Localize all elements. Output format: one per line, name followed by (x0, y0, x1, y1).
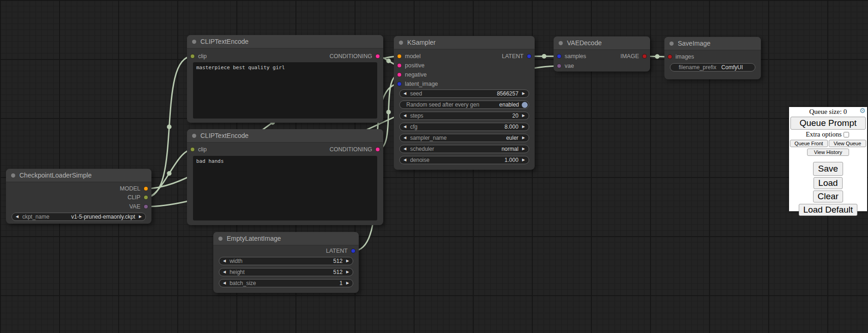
node-titlebar[interactable]: EmptyLatentImage (213, 232, 359, 245)
decrement-arrow[interactable]: ◀ (219, 281, 229, 285)
widget-width[interactable]: ◀width512▶ (219, 257, 353, 265)
output-slot-conditioning[interactable]: CONDITIONING (330, 53, 380, 60)
slot-dot-model[interactable] (397, 54, 402, 59)
widget-batch-size[interactable]: ◀batch_size1▶ (219, 279, 353, 287)
increment-arrow[interactable]: ▶ (518, 136, 529, 140)
output-slot-image[interactable]: IMAGE (621, 53, 647, 60)
node-vae-decode[interactable]: VAEDecodesamplesvaeIMAGE (554, 36, 650, 71)
input-slot-clip[interactable]: clip (190, 146, 207, 153)
slot-dot-samples[interactable] (557, 54, 561, 59)
widget-denoise[interactable]: ◀denoise1.000▶ (399, 156, 529, 164)
output-slot-latent[interactable]: LATENT (502, 53, 531, 60)
slot-dot-conditioning[interactable] (375, 147, 380, 152)
collapse-dot[interactable] (399, 41, 403, 45)
output-slot-clip[interactable]: CLIP (127, 194, 148, 201)
decrement-arrow[interactable]: ◀ (12, 215, 22, 219)
decrement-arrow[interactable]: ◀ (400, 158, 410, 162)
decrement-arrow[interactable]: ◀ (400, 147, 410, 151)
node-titlebar[interactable]: CheckpointLoaderSimple (6, 169, 151, 182)
widget-random-seed-after-every-gen[interactable]: Random seed after every genenabled (399, 101, 529, 109)
widget-filename-prefix[interactable]: filename_prefixComfyUI (670, 63, 755, 71)
widget-seed[interactable]: ◀seed8566257▶ (399, 89, 529, 98)
slot-dot-vae[interactable] (144, 204, 148, 209)
increment-arrow[interactable]: ▶ (518, 158, 529, 162)
increment-arrow[interactable]: ▶ (518, 147, 529, 151)
increment-arrow[interactable]: ▶ (518, 125, 529, 129)
clear-button[interactable]: Clear (813, 190, 843, 202)
output-slot-conditioning[interactable]: CONDITIONING (330, 146, 380, 153)
decrement-arrow[interactable]: ◀ (400, 136, 410, 140)
node-clip-text-encode-negative[interactable]: CLIPTextEncodeclipCONDITIONINGbad hands (187, 129, 383, 225)
decrement-arrow[interactable]: ◀ (219, 270, 229, 274)
widget-ckpt-name[interactable]: ◀ckpt_namev1-5-pruned-emaonly.ckpt▶ (12, 213, 146, 221)
increment-arrow[interactable]: ▶ (343, 281, 353, 285)
prompt-textarea[interactable]: masterpiece best quality girl (193, 62, 377, 119)
increment-arrow[interactable]: ▶ (135, 215, 145, 219)
node-save-image[interactable]: SaveImageimagesfilename_prefixComfyUI (664, 37, 761, 79)
collapse-dot[interactable] (559, 41, 563, 45)
collapse-dot[interactable] (218, 237, 223, 241)
input-slot-model[interactable]: model (397, 53, 421, 60)
slot-dot-latent[interactable] (351, 249, 356, 253)
widget-cfg[interactable]: ◀cfg8.000▶ (399, 123, 529, 131)
slot-dot-vae[interactable] (557, 64, 561, 68)
input-slot-vae[interactable]: vae (557, 62, 574, 70)
collapse-dot[interactable] (192, 134, 196, 138)
decrement-arrow[interactable]: ◀ (400, 114, 410, 118)
node-ksampler[interactable]: KSamplermodelpositivenegativelatent_imag… (394, 36, 535, 170)
output-slot-vae[interactable]: VAE (129, 203, 148, 210)
node-titlebar[interactable]: KSampler (394, 36, 535, 49)
queue-front-button[interactable]: Queue Front (790, 140, 828, 147)
slot-dot-clip[interactable] (190, 147, 195, 152)
output-slot-model[interactable]: MODEL (120, 185, 148, 192)
slot-dot-latent-image[interactable] (397, 82, 402, 86)
widget-steps[interactable]: ◀steps20▶ (399, 112, 529, 120)
view-queue-button[interactable]: View Queue (829, 140, 867, 147)
slot-dot-conditioning[interactable] (375, 54, 380, 59)
slot-dot-positive[interactable] (397, 63, 402, 68)
toggle-indicator[interactable] (522, 102, 528, 108)
widget-height[interactable]: ◀height512▶ (219, 268, 353, 276)
collapse-dot[interactable] (669, 42, 674, 46)
view-history-button[interactable]: View History (807, 149, 849, 156)
settings-gear-icon[interactable]: ⚙ (860, 107, 866, 114)
node-titlebar[interactable]: CLIPTextEncode (187, 129, 383, 143)
widget-scheduler[interactable]: ◀schedulernormal▶ (399, 145, 529, 153)
increment-arrow[interactable]: ▶ (343, 259, 353, 263)
node-titlebar[interactable]: SaveImage (664, 37, 761, 50)
node-clip-text-encode-positive[interactable]: CLIPTextEncodeclipCONDITIONINGmasterpiec… (187, 35, 383, 123)
node-empty-latent-image[interactable]: EmptyLatentImageLATENT◀width512▶◀height5… (213, 232, 359, 293)
load-button[interactable]: Load (814, 177, 842, 189)
node-titlebar[interactable]: VAEDecode (554, 36, 650, 50)
slot-dot-clip[interactable] (190, 54, 195, 59)
output-slot-latent[interactable]: LATENT (326, 247, 356, 255)
decrement-arrow[interactable]: ◀ (219, 259, 229, 263)
decrement-arrow[interactable]: ◀ (400, 92, 410, 95)
increment-arrow[interactable]: ▶ (343, 270, 353, 274)
input-slot-positive[interactable]: positive (397, 62, 424, 69)
collapse-dot[interactable] (192, 40, 196, 44)
input-slot-negative[interactable]: negative (397, 71, 427, 78)
queue-prompt-button[interactable]: Queue Prompt (790, 117, 866, 130)
collapse-dot[interactable] (11, 173, 15, 178)
node-checkpoint-loader-simple[interactable]: CheckpointLoaderSimpleMODELCLIPVAE◀ckpt_… (6, 169, 151, 224)
slot-dot-image[interactable] (642, 54, 647, 59)
prompt-textarea[interactable]: bad hands (193, 156, 377, 220)
input-slot-images[interactable]: images (668, 53, 694, 60)
slot-dot-model[interactable] (144, 186, 148, 191)
decrement-arrow[interactable]: ◀ (400, 125, 410, 129)
input-slot-samples[interactable]: samples (557, 53, 586, 60)
increment-arrow[interactable]: ▶ (518, 114, 529, 118)
increment-arrow[interactable]: ▶ (518, 92, 529, 95)
save-button[interactable]: Save (813, 162, 843, 176)
slot-dot-images[interactable] (668, 54, 672, 59)
input-slot-clip[interactable]: clip (190, 53, 207, 60)
extra-options-checkbox[interactable] (844, 132, 849, 137)
slot-dot-clip[interactable] (144, 195, 148, 200)
slot-dot-latent[interactable] (527, 54, 531, 59)
comfyui-canvas[interactable]: { "graph": { "wire_color": "#b9cbb1", "n… (0, 0, 868, 333)
node-titlebar[interactable]: CLIPTextEncode (187, 35, 383, 48)
load-default-button[interactable]: Load Default (799, 204, 858, 216)
slot-dot-negative[interactable] (397, 72, 402, 77)
input-slot-latent-image[interactable]: latent_image (397, 80, 438, 88)
